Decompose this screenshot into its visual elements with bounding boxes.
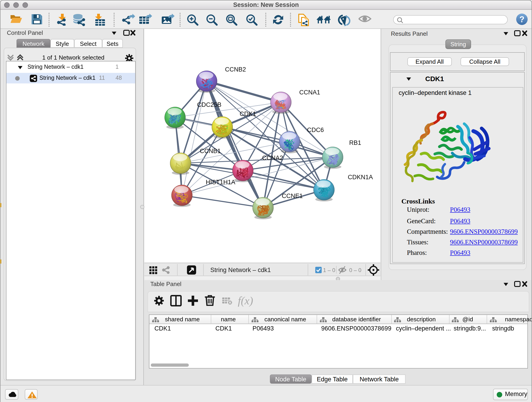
svg-text:1 – 0: 1 – 0 xyxy=(323,267,335,273)
svg-text:CCNE1: CCNE1 xyxy=(282,192,303,199)
svg-text:RB1: RB1 xyxy=(349,139,361,146)
svg-text:CDKN1A: CDKN1A xyxy=(348,174,373,181)
svg-text:CCNA1: CCNA1 xyxy=(299,89,320,96)
svg-text:CDC6: CDC6 xyxy=(307,127,324,133)
svg-text:0 – 0: 0 – 0 xyxy=(349,267,361,273)
svg-text:CDK1: CDK1 xyxy=(240,110,256,117)
svg-text:CDC25B: CDC25B xyxy=(197,101,222,108)
svg-text:HIST1H1A: HIST1H1A xyxy=(206,179,235,186)
svg-text:CCNB2: CCNB2 xyxy=(225,66,246,73)
svg-text:CCNB1: CCNB1 xyxy=(200,148,221,154)
svg-text:f(x): f(x) xyxy=(238,294,253,307)
svg-text:String Network – cdk1: String Network – cdk1 xyxy=(210,267,271,274)
svg-text:?: ? xyxy=(519,15,525,24)
svg-text:CCNA2: CCNA2 xyxy=(262,154,283,161)
